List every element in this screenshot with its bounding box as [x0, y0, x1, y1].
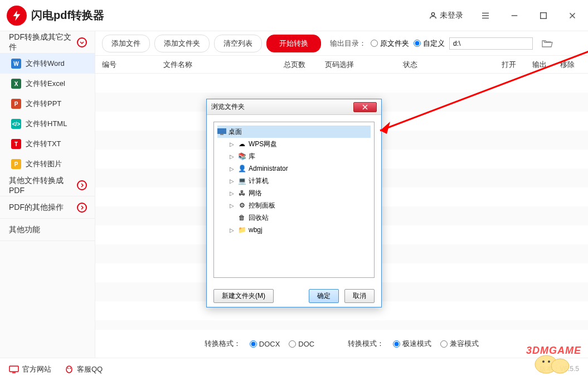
- add-folder-button[interactable]: 添加文件夹: [154, 35, 210, 52]
- sidebar-item-txt[interactable]: T文件转TXT: [0, 134, 95, 154]
- format-label: 转换格式：: [205, 339, 241, 349]
- sidebar-item-ppt[interactable]: P文件转PPT: [0, 94, 95, 114]
- col-number: 编号: [102, 60, 163, 70]
- tree-item[interactable]: 🗑回收站: [217, 211, 371, 224]
- tree-item[interactable]: ▷⚙控制面板: [217, 199, 371, 211]
- tree-item[interactable]: ▷💻计算机: [217, 175, 371, 187]
- control-panel-icon: ⚙: [237, 201, 246, 210]
- col-open: 打开: [492, 60, 526, 70]
- output-custom-radio[interactable]: 自定义: [414, 39, 445, 49]
- new-folder-button[interactable]: 新建文件夹(M): [213, 289, 274, 303]
- dialog-close-button[interactable]: [353, 102, 377, 112]
- col-page-range: 页码选择: [325, 60, 403, 70]
- svg-point-3: [66, 366, 72, 373]
- official-site-link[interactable]: 官方网站: [9, 364, 51, 374]
- tree-item[interactable]: ▷📚库: [217, 150, 371, 162]
- monitor-icon: [9, 365, 19, 373]
- recycle-bin-icon: 🗑: [237, 213, 246, 222]
- svg-rect-1: [541, 12, 547, 18]
- col-status: 状态: [403, 60, 492, 70]
- col-pages: 总页数: [264, 60, 325, 70]
- qq-support-link[interactable]: 客服QQ: [65, 364, 103, 374]
- word-icon: W: [11, 59, 21, 69]
- tree-item-desktop[interactable]: 桌面: [217, 126, 371, 138]
- excel-icon: X: [11, 79, 21, 89]
- computer-icon: 💻: [237, 176, 246, 185]
- version-text: 版本：V6.5.5: [540, 364, 579, 374]
- format-docx-radio[interactable]: DOCX: [250, 340, 280, 348]
- expand-icon: [77, 180, 87, 190]
- mode-label: 转换模式：: [348, 339, 384, 349]
- sidebar-item-image[interactable]: P文件转图片: [0, 154, 95, 174]
- tree-item[interactable]: ▷☁WPS网盘: [217, 138, 371, 150]
- title-bar: 闪电pdf转换器 未登录: [0, 0, 588, 31]
- toolbar: 添加文件 添加文件夹 清空列表 开始转换 输出目录： 原文件夹 自定义: [95, 31, 588, 56]
- mode-compat-radio[interactable]: 兼容模式: [440, 339, 479, 349]
- watermark-text: 3DMGAME: [526, 345, 581, 357]
- tree-item[interactable]: ▷🖧网络: [217, 187, 371, 199]
- html-icon: </>: [11, 119, 21, 129]
- network-icon: 🖧: [237, 189, 246, 198]
- footer: 官方网站 客服QQ 版本：V6.5.5: [0, 358, 588, 380]
- user-folder-icon: 👤: [237, 164, 246, 173]
- svg-rect-6: [217, 128, 226, 134]
- start-convert-button[interactable]: 开始转换: [266, 35, 321, 52]
- sidebar-item-excel[interactable]: X文件转Excel: [0, 74, 95, 94]
- col-remove: 移除: [553, 60, 581, 70]
- dialog-title: 浏览文件夹: [211, 102, 245, 112]
- svg-point-5: [70, 368, 71, 369]
- sidebar: PDF转换成其它文件 W文件转Word X文件转Excel P文件转PPT </…: [0, 31, 95, 358]
- expand-icon: [77, 37, 87, 47]
- ppt-icon: P: [11, 99, 21, 109]
- login-button[interactable]: 未登录: [424, 8, 468, 23]
- svg-rect-2: [9, 366, 18, 372]
- svg-point-0: [431, 12, 434, 15]
- app-title: 闪电pdf转换器: [31, 8, 104, 23]
- folder-tree[interactable]: 桌面 ▷☁WPS网盘 ▷📚库 ▷👤Administrator ▷💻计算机 ▷🖧网…: [213, 122, 375, 278]
- category-pdf-to-other[interactable]: PDF转换成其它文件: [0, 31, 95, 54]
- library-icon: 📚: [237, 152, 246, 161]
- ok-button[interactable]: 确定: [309, 289, 339, 303]
- format-doc-radio[interactable]: DOC: [289, 340, 314, 348]
- output-dir-label: 输出目录：: [330, 39, 366, 49]
- svg-point-4: [67, 368, 69, 369]
- category-other-to-pdf[interactable]: 其他文件转换成PDF: [0, 174, 95, 196]
- qq-icon: [65, 365, 74, 374]
- expand-icon: [77, 203, 87, 213]
- col-filename: 文件名称: [163, 60, 264, 70]
- category-other[interactable]: 其他功能: [0, 219, 95, 241]
- image-icon: P: [11, 159, 21, 169]
- output-path-input[interactable]: [449, 37, 533, 50]
- folder-open-icon: [542, 39, 553, 48]
- sidebar-item-html[interactable]: </>文件转HTML: [0, 114, 95, 134]
- bottom-options: 转换格式： DOCX DOC 转换模式： 极速模式 兼容模式: [95, 330, 588, 358]
- add-file-button[interactable]: 添加文件: [102, 35, 150, 52]
- dialog-titlebar[interactable]: 浏览文件夹: [207, 99, 381, 115]
- tree-item[interactable]: ▷👤Administrator: [217, 162, 371, 175]
- svg-rect-7: [220, 134, 223, 135]
- mode-fast-radio[interactable]: 极速模式: [393, 339, 431, 349]
- txt-icon: T: [11, 139, 21, 149]
- desktop-icon: [217, 127, 226, 136]
- table-header: 编号 文件名称 总页数 页码选择 状态 打开 输出 移除: [95, 56, 588, 74]
- browse-folder-button[interactable]: [540, 37, 555, 50]
- sidebar-item-word[interactable]: W文件转Word: [0, 54, 95, 74]
- minimize-button[interactable]: [503, 4, 526, 27]
- category-pdf-ops[interactable]: PDF的其他操作: [0, 196, 95, 219]
- user-icon: [429, 11, 438, 20]
- close-button[interactable]: [561, 4, 584, 27]
- app-logo-icon: [7, 6, 27, 26]
- folder-icon: 📁: [237, 225, 246, 234]
- menu-button[interactable]: [474, 4, 497, 27]
- tree-item[interactable]: ▷📁wbgj: [217, 224, 371, 236]
- close-icon: [362, 104, 368, 110]
- cancel-button[interactable]: 取消: [344, 289, 375, 303]
- col-output: 输出: [526, 60, 553, 70]
- output-src-radio[interactable]: 原文件夹: [371, 39, 409, 49]
- maximize-button[interactable]: [532, 4, 555, 27]
- browse-folder-dialog: 浏览文件夹 桌面 ▷☁WPS网盘 ▷📚库 ▷👤Administrator ▷💻计…: [206, 99, 382, 307]
- clear-list-button[interactable]: 清空列表: [214, 35, 262, 52]
- cloud-icon: ☁: [237, 140, 246, 148]
